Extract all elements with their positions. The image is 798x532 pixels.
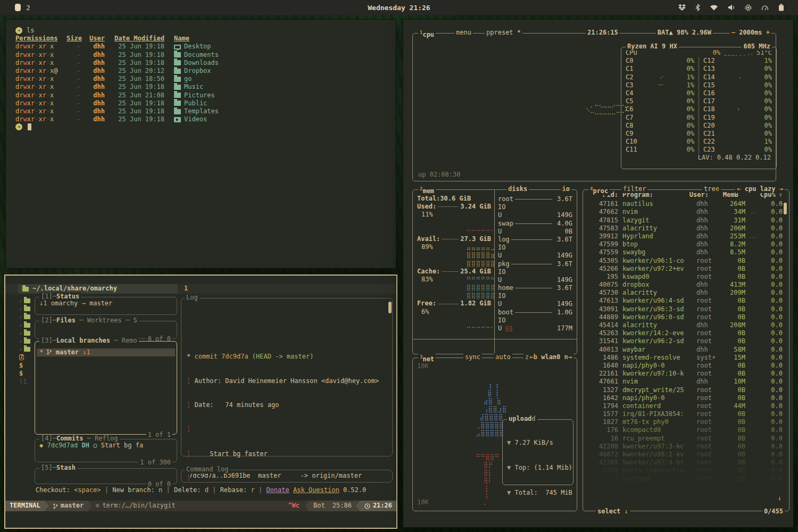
process-row[interactable]: 46072 kworker/u98:2-kv root 0B 0.0 [587, 451, 783, 459]
process-row[interactable]: 1380 btrfs-transactio root 0B 0.0 [587, 467, 783, 475]
panel-log[interactable]: Log * commit 7dc9d7a (HEAD -> master) ╎ … [181, 298, 393, 456]
explorer-item[interactable]: › [19, 297, 33, 305]
scroll-down-arrow[interactable]: ↓ [778, 494, 782, 502]
process-row[interactable]: 47559 swaybg dhh 8.5M 0.0 [587, 248, 783, 256]
volume-icon[interactable] [728, 4, 735, 11]
chip-icon[interactable] [745, 4, 752, 11]
battery-icon[interactable] [778, 4, 784, 11]
net-interface-selector[interactable]: ←b wlan0 n→ [528, 353, 574, 361]
process-mem: 0B [721, 297, 745, 305]
donate-link[interactable]: Donate [266, 486, 289, 494]
process-row[interactable]: 1577 irq/81-PIXA3854: root 0B 0.0 [587, 410, 783, 418]
process-row[interactable]: 47583 alacritty dhh 206M 0.0 [587, 225, 783, 232]
proc-sort-selector[interactable]: ← cpu lazy → [735, 185, 785, 193]
panel-branches[interactable]: [3]─Local branches ─ Remo * master ↓1 1 … [35, 341, 177, 435]
process-row[interactable]: 45263 kworker/14:2-eve root 0B 0.0 [587, 329, 783, 337]
chevron-right-icon[interactable]: › [19, 321, 22, 329]
process-spark [745, 313, 761, 321]
disk-label: IO [498, 292, 505, 300]
process-row[interactable]: 40075 dropbox dhh 413M 0.0 [587, 281, 783, 289]
process-row[interactable]: 47661 nvim dhh 10M 0.0 [587, 378, 783, 386]
proc-tree-toggle[interactable]: tree [702, 185, 721, 193]
gauge-icon[interactable] [761, 4, 769, 11]
explorer-item[interactable]: › [19, 305, 33, 313]
tab-indicator[interactable]: 1 [184, 284, 188, 294]
terminal-window-lazygit[interactable]: ~/.local/share/omarchy 1 › › › › [4, 275, 397, 529]
process-row[interactable]: 42208 kworker/u97:3-kc root 0B 0.0 [587, 443, 783, 451]
process-row[interactable]: 47815 lazygit dhh 31M 0.0 [587, 217, 783, 225]
chevron-right-icon[interactable]: › [19, 337, 22, 345]
file-explorer-strip[interactable]: › › › › › › [19, 297, 33, 386]
process-row[interactable]: 195 kswapd0 root 0B 0.0 [587, 273, 783, 281]
panel-status[interactable]: [1]─Status ↓1 omarchy → master [35, 297, 177, 315]
process-row[interactable]: 1642 napi/phy0-0 root 0B 0.0 [587, 394, 783, 402]
explorer-item[interactable]: › $ [19, 370, 33, 378]
process-list[interactable]: 47161 nautilus dhh 264M 0.0 47662 nvim d… [583, 199, 789, 483]
explorer-item[interactable]: › [19, 313, 33, 321]
commit-entry[interactable]: * commit bf64cc7 ╎ Author: David Heineme… [187, 522, 387, 532]
bluetooth-icon[interactable] [695, 4, 700, 11]
process-row[interactable]: 1640 napi/phy0-0 root 0B 0.0 [587, 362, 783, 370]
process-row[interactable]: 42389 kworker/u97:4-bt root 0B 0.0 [587, 459, 783, 467]
mem-box-title[interactable]: 2mem [418, 185, 436, 195]
net-details-title[interactable]: uploadd [507, 415, 537, 423]
proc-scrollbar[interactable] [784, 203, 787, 214]
process-row[interactable]: 47662 nvim dhh 34M .. 0.0 [587, 208, 783, 216]
preset-button[interactable]: ppreset * [485, 29, 522, 37]
commit-log[interactable]: * commit 7dc9d7a (HEAD -> master) ╎ Auth… [181, 298, 392, 532]
process-row[interactable]: 1 systemd root 13M 0.0 [587, 475, 783, 483]
process-row[interactable]: 22161 kworker/u97:10-k root 0B 0.0 [587, 370, 783, 378]
panel-files[interactable]: [2]─Files ─ Worktrees ─ S 0 of 0 [35, 321, 177, 339]
process-row[interactable]: 1827 mt76-tx phy0 root 0B 0.0 [587, 418, 783, 426]
process-row[interactable]: 47613 kworker/u96:4-sd root 0B 0.0 [587, 297, 783, 305]
explorer-item[interactable]: › [19, 337, 33, 345]
process-row[interactable]: 45730 alacritty dhh 209M 0.0 [587, 289, 783, 297]
explorer-item[interactable]: › $ [19, 362, 33, 370]
process-row[interactable]: 47161 nautilus dhh 264M 0.0 [587, 200, 783, 208]
update-interval[interactable]: − 2000ms + [730, 29, 771, 37]
core-percent: 0% [676, 105, 694, 113]
process-row[interactable]: 1486 systemd-resolve syst+ 15M 0.0 [587, 354, 783, 362]
menu-button[interactable]: menu [454, 29, 473, 37]
cpu-box-title[interactable]: 1cpu [418, 29, 436, 39]
terminal-cursor[interactable] [28, 123, 31, 130]
net-sync-toggle[interactable]: sync [463, 353, 482, 361]
process-mem: 0B [721, 451, 745, 459]
proc-select-hint[interactable]: select ↓ [596, 508, 630, 516]
panel-commits[interactable]: [4]─Commits ─ Reflog ◆ 7dc9d7ad DH ○ Sta… [35, 439, 177, 462]
process-row[interactable]: 44889 kworker/u96:0-sd root 0B 0.0 [587, 313, 783, 321]
log-scrollbar[interactable] [388, 302, 392, 313]
chevron-right-icon[interactable]: › [19, 297, 22, 305]
process-row[interactable]: 39912 Hyprland dhh 253M ... 0.0 [587, 232, 783, 240]
process-row[interactable]: 31541 kworker/u96:2-sd root 0B 0.0 [587, 337, 783, 345]
terminal-window-ls[interactable]: ➔ ls Permissions Size User Date Modified… [5, 19, 396, 269]
process-row[interactable]: 1327 dmcrypt_write/25 root 0B 0.0 [587, 386, 783, 394]
proc-box-title[interactable]: 4proc [588, 185, 610, 195]
ask-question-link[interactable]: Ask Question [293, 486, 339, 494]
chevron-right-icon[interactable]: › [19, 305, 22, 313]
net-auto-toggle[interactable]: auto [494, 353, 512, 361]
chevron-right-icon[interactable]: › [19, 329, 22, 337]
wifi-icon[interactable] [710, 4, 718, 11]
process-row[interactable]: 45305 kworker/u96:1-co root 0B 0.0 [587, 257, 783, 265]
process-row[interactable]: 1794 containerd root 44M 0.0 [587, 402, 783, 410]
branch-row-selected[interactable]: * master ↓1 [37, 348, 175, 356]
chevron-right-icon[interactable]: › [19, 313, 22, 321]
process-row[interactable]: 43091 kworker/u96:3-sd root 0B 0.0 [587, 305, 783, 313]
explorer-item[interactable]: › (1 [19, 378, 33, 386]
process-row[interactable]: 45266 kworker/u97:2+ev root 0B 0.0 [587, 265, 783, 273]
process-row[interactable]: 40013 waybar dhh 58M 0.0 [587, 346, 783, 354]
terminal-window-btop[interactable]: 1cpu menu ppreset * 21:26:15 BAT▲ 98% 2.… [403, 19, 794, 528]
dropbox-icon[interactable] [678, 4, 686, 11]
process-row[interactable]: 16 rcu_preempt root 0B 0.0 [587, 435, 783, 443]
process-row[interactable]: 47599 btop dhh 8.2M 0.0 [587, 240, 783, 248]
panel-stash[interactable]: [5]─Stash 0 of 0 [35, 468, 177, 484]
process-row[interactable]: 45414 alacritty dhh 208M 0.0 [587, 321, 783, 329]
explorer-item[interactable]: › [19, 321, 33, 329]
process-row[interactable]: 176 kcompactd0 root 0B 0.0 [587, 426, 783, 434]
proc-filter-button[interactable]: filter [621, 185, 647, 193]
chevron-right-icon[interactable]: › [19, 345, 22, 353]
explorer-item[interactable]: › [19, 329, 33, 337]
explorer-item[interactable]: › Z [19, 353, 33, 361]
explorer-item[interactable]: › [19, 345, 33, 353]
